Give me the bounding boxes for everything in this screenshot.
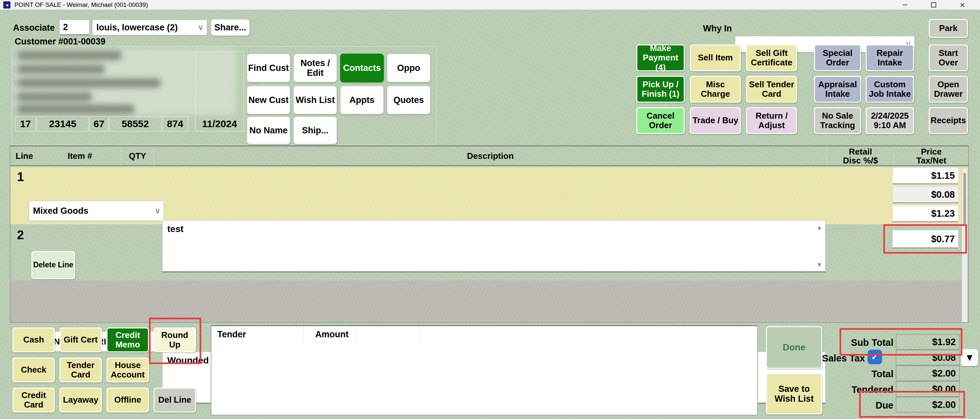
start-over-button[interactable]: Start Over (929, 45, 968, 71)
customer-stat-value-4: 874 (162, 116, 188, 131)
amount-col-header: Amount (315, 330, 348, 339)
column-divider (355, 327, 355, 343)
customer-stat-visits: 17 (15, 116, 36, 131)
no-name-button[interactable]: No Name (247, 116, 290, 145)
customer-info-redacted-line (17, 92, 92, 101)
due-value: $2.00 (896, 397, 960, 413)
price-row2[interactable]: $0.77 (892, 230, 958, 249)
contacts-button[interactable]: Contacts (340, 54, 384, 82)
customer-stat-value-2: 67 (89, 116, 108, 131)
title-bar: ◄ POINT OF SALE - Weimar, Michael (001-0… (0, 0, 980, 10)
park-button[interactable]: Park (929, 19, 968, 38)
appts-button[interactable]: Appts (340, 86, 384, 115)
col-header-item: Item # (38, 147, 121, 166)
check-icon: ✓ (871, 352, 879, 362)
house-account-button[interactable]: House Account (107, 358, 149, 382)
quotes-button[interactable]: Quotes (387, 86, 431, 115)
close-button[interactable]: ✕ (953, 0, 972, 10)
grid-vertical-scrollbar[interactable] (962, 168, 967, 322)
sales-tax-checkbox[interactable]: ✓ (868, 350, 882, 364)
restore-icon (931, 2, 936, 8)
tendered-value: $0.00 (896, 381, 960, 397)
ship-button[interactable]: Ship... (293, 116, 337, 145)
retail-price-row1[interactable]: $1.15 (892, 167, 958, 184)
scroll-down-icon[interactable]: ▼ (816, 261, 822, 268)
cash-button[interactable]: Cash (13, 328, 55, 352)
minimize-icon (902, 5, 907, 5)
receipts-button[interactable]: Receipts (929, 107, 968, 134)
oppo-button[interactable]: Oppo (387, 54, 431, 82)
close-icon: ✕ (959, 2, 965, 8)
del-line-button[interactable]: Del Line (154, 388, 196, 413)
sub-total-label: Sub Total (795, 337, 893, 348)
customer-info-redacted-line (17, 78, 161, 88)
associate-input[interactable]: 2 (59, 20, 89, 35)
associate-select[interactable]: louis, lowercase (2) ∨ (92, 20, 207, 35)
cancel-order-button[interactable]: Cancel Order (636, 107, 685, 134)
notes-edit-button[interactable]: Notes / Edit (293, 54, 337, 82)
line-number: 2 (17, 228, 24, 242)
pos-window: ◄ POINT OF SALE - Weimar, Michael (001-0… (0, 0, 980, 419)
associate-label: Associate (13, 23, 55, 33)
description-field-row1[interactable]: test ▲ ▼ (162, 220, 826, 272)
app-logo-icon: ◄ (3, 1, 10, 8)
total-value: $2.00 (896, 365, 960, 381)
sell-item-button[interactable]: Sell Item (690, 45, 741, 71)
associate-select-value: louis, lowercase (2) (96, 22, 178, 33)
find-cust-button[interactable]: Find Cust (247, 54, 290, 82)
misc-charge-button[interactable]: Misc Charge (690, 76, 741, 103)
tender-card-button[interactable]: Tender Card (59, 358, 102, 382)
custom-job-intake-button[interactable]: Custom Job Intake (865, 76, 914, 103)
restore-button[interactable] (924, 0, 943, 10)
sub-total-value: $1.92 (896, 334, 960, 350)
sales-tax-label: Sales Tax (767, 353, 865, 364)
description-text-row1: test (167, 224, 184, 234)
sell-tender-card-button[interactable]: Sell Tender Card (746, 76, 797, 103)
why-in-label: Why In (703, 24, 732, 33)
triangle-down-icon: ▼ (965, 352, 974, 363)
col-header-description: Description (154, 147, 827, 166)
wish-list-button[interactable]: Wish List (293, 86, 337, 115)
open-drawer-button[interactable]: Open Drawer (929, 76, 968, 103)
offline-button[interactable]: Offline (107, 388, 149, 413)
credit-memo-button[interactable]: Credit Memo (107, 328, 149, 352)
customer-stat-value-3: 58552 (109, 116, 161, 131)
make-payment-button[interactable]: Make Payment (4) (636, 45, 685, 71)
sell-gift-certificate-button[interactable]: Sell Gift Certificate (746, 45, 797, 71)
round-up-button[interactable]: Round Up (154, 328, 196, 352)
return-adjust-button[interactable]: Return / Adjust (746, 107, 797, 134)
grid-empty-area (10, 280, 968, 322)
tender-col-header: Tender (217, 330, 246, 339)
tax-dropdown-button[interactable]: ▼ (961, 349, 978, 366)
share-button[interactable]: Share... (211, 19, 250, 36)
customer-info-redacted-line (17, 65, 105, 74)
repair-intake-button[interactable]: Repair Intake (865, 45, 914, 71)
pick-up-finish-button[interactable]: Pick Up / Finish (1) (636, 76, 685, 103)
grid-scrollbar-thumb[interactable] (963, 173, 966, 225)
tax-amount-row1[interactable]: $0.08 (892, 186, 958, 203)
customer-info-redacted-line (17, 105, 135, 114)
layaway-button[interactable]: Layaway (59, 388, 102, 413)
tendered-label: Tendered (795, 384, 893, 395)
new-cust-button[interactable]: New Cust (247, 86, 290, 115)
scroll-up-icon[interactable]: ▲ (816, 224, 822, 230)
col-header-retail-disc: Retail Disc %/$ (826, 147, 894, 166)
window-title: POINT OF SALE - Weimar, Michael (001-000… (14, 1, 148, 8)
appraisal-intake-button[interactable]: Appraisal Intake (814, 76, 861, 103)
col-header-qty: QTY (121, 147, 154, 166)
item-select-row1[interactable]: Mixed Goods ∨ (29, 201, 164, 221)
trade-buy-button[interactable]: Trade / Buy (690, 107, 741, 134)
minimize-button[interactable] (895, 0, 915, 10)
delete-line-button[interactable]: Delete Line (31, 251, 75, 279)
column-divider (303, 327, 303, 343)
customer-stat-last-date: 11/2024 (195, 116, 244, 131)
column-divider (419, 327, 420, 343)
credit-card-button[interactable]: Credit Card (13, 388, 55, 413)
special-order-button[interactable]: Special Order (814, 45, 861, 71)
check-button[interactable]: Check (13, 358, 55, 382)
net-price-row1[interactable]: $1.23 (892, 205, 958, 222)
customer-stat-value-1: 23145 (37, 116, 89, 131)
gift-cert-button[interactable]: Gift Cert (59, 328, 102, 352)
col-header-line: Line (10, 147, 38, 166)
no-sale-tracking-button[interactable]: No Sale Tracking (814, 107, 861, 134)
